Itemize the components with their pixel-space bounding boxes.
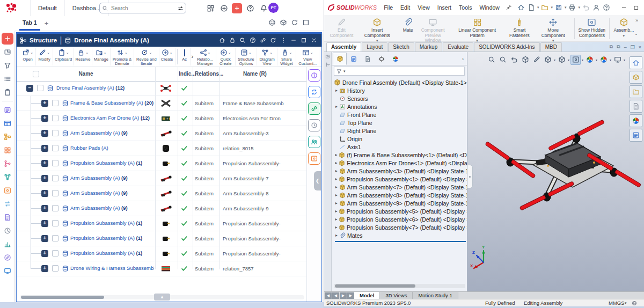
- tree-item-axis1[interactable]: Axis1: [334, 143, 467, 151]
- toolbar-revise-and-iterate[interactable]: ⌄Revise and Iterate: [134, 48, 159, 65]
- sidebar-system[interactable]: [2, 265, 13, 277]
- doc-minimize-icon[interactable]: –: [624, 45, 627, 50]
- tree-item-propulsion-subassembly-5-default[interactable]: ▸Propulsion Subassembly<5> (Default) <Di…: [334, 207, 467, 215]
- taskpane-design-library-icon[interactable]: [630, 100, 642, 113]
- tree-item-top-plane[interactable]: Top Plane: [334, 119, 467, 127]
- maximize-icon[interactable]: [299, 36, 308, 45]
- menu-file[interactable]: File: [380, 4, 397, 11]
- open-icon[interactable]: [540, 3, 550, 12]
- dropdown-caret-icon[interactable]: ▾: [578, 5, 580, 10]
- create-new-icon[interactable]: [232, 3, 242, 13]
- item-name-link[interactable]: Frame & Base Subassembly (A) (20): [70, 100, 154, 106]
- previous-view-icon[interactable]: [509, 55, 519, 65]
- print-icon[interactable]: [567, 3, 577, 12]
- app-switcher-icon[interactable]: [205, 3, 216, 13]
- tree-expand-arrow-icon[interactable]: ▸: [334, 177, 339, 181]
- display-style-icon[interactable]: [557, 55, 567, 65]
- nav-next-icon[interactable]: ▶: [340, 292, 347, 299]
- home-icon[interactable]: [516, 3, 526, 12]
- doc-tab-model[interactable]: Model: [354, 292, 380, 299]
- search-icon[interactable]: [238, 36, 247, 45]
- units-caret-icon[interactable]: ▾: [625, 301, 627, 305]
- sidebar-history[interactable]: [2, 225, 13, 237]
- panel-scrollbar[interactable]: [334, 284, 465, 288]
- pane-pin-icon[interactable]: [325, 62, 330, 67]
- tree-item-front-plane[interactable]: Front Plane: [334, 111, 467, 119]
- taskpane-file-explorer-icon[interactable]: [630, 85, 642, 98]
- table-row[interactable]: +Electronics Asm For Drone (A) (12)Subit…: [17, 111, 306, 126]
- tree-expand-arrow-icon[interactable]: ▸: [334, 152, 339, 157]
- sidebar-new-window[interactable]: [2, 46, 13, 58]
- assistant-icon[interactable]: [268, 19, 276, 26]
- refresh-icon[interactable]: [269, 36, 277, 45]
- cmd-smart-fasteners[interactable]: Smart Fasteners: [506, 16, 533, 41]
- sidebar-discover[interactable]: [2, 252, 13, 263]
- row-checkbox[interactable]: [52, 160, 58, 166]
- toolbar-share-widget[interactable]: ⌄Share Widget: [277, 48, 297, 65]
- tree-item-propulsion-subassembly-6-default[interactable]: ▸Propulsion Subassembly<6> (Default) <Di…: [334, 215, 467, 223]
- pin-menu-icon[interactable]: [506, 4, 512, 11]
- item-name-link[interactable]: Drone Wiring & Harness Subassembly (A) (…: [70, 265, 154, 271]
- view-orientation-icon[interactable]: [543, 55, 553, 65]
- row-checkbox[interactable]: [52, 175, 58, 181]
- tree-expand-arrow-icon[interactable]: ▸: [334, 209, 339, 214]
- toolbar-diagram-view[interactable]: ⌄Diagram View: [257, 48, 277, 65]
- expand-node-icon[interactable]: +: [41, 220, 48, 227]
- item-name-link[interactable]: Arm Subassembly (A) (9): [70, 205, 154, 211]
- sidebar-compare[interactable]: [2, 198, 13, 210]
- sidebar-clipboard[interactable]: [2, 86, 13, 98]
- tab-tab-1[interactable]: Tab 1: [19, 16, 40, 31]
- sidebar-documents[interactable]: [2, 211, 13, 223]
- toolbar-view-customi-[interactable]: ⌄View Customi...: [296, 48, 319, 65]
- item-name-link[interactable]: Electronics Asm For Drone (A) (12): [70, 115, 154, 121]
- dropdown-caret-icon[interactable]: ▾: [537, 5, 539, 10]
- expand-node-icon[interactable]: +: [41, 160, 48, 167]
- taskpane-content-icon[interactable]: [630, 71, 642, 84]
- home-icon[interactable]: [218, 36, 226, 45]
- user-icon[interactable]: [591, 3, 601, 12]
- sidebar-structure[interactable]: [2, 131, 13, 143]
- tree-expand-arrow-icon[interactable]: ▸: [334, 201, 339, 206]
- expand-node-icon[interactable]: +: [41, 250, 48, 257]
- undo-icon[interactable]: [581, 3, 591, 12]
- lock-icon[interactable]: [228, 36, 237, 45]
- item-name-link[interactable]: Propulsion Subassembly (A) (1): [70, 250, 154, 256]
- maximize-icon[interactable]: [633, 5, 639, 11]
- table-row[interactable]: +Rubber Pads (A) Subitemrelation_8015: [17, 141, 306, 156]
- item-name-link[interactable]: Rubber Pads (A): [70, 145, 154, 151]
- table-row[interactable]: +Arm Subassembly (A) (9)SubitemArm Subas…: [17, 126, 306, 141]
- table-row[interactable]: +Frame & Base Subassembly (A) (20)Subite…: [17, 96, 306, 111]
- expand-node-icon[interactable]: +: [41, 190, 48, 197]
- row-checkbox[interactable]: [52, 250, 58, 256]
- minimize-icon[interactable]: [289, 36, 298, 45]
- stop-icon[interactable]: [302, 19, 310, 26]
- scroll-up-button[interactable]: ▲: [154, 294, 170, 300]
- ribbon-overflow-icon[interactable]: »: [635, 18, 638, 23]
- edit-appearance-icon[interactable]: [584, 55, 595, 65]
- tree-expand-arrow-icon[interactable]: ▸: [334, 104, 339, 109]
- tree-item-arm-subassembly-3-default-displa[interactable]: ▸Arm Subassembly<3> (Default) <Display S…: [334, 167, 467, 175]
- tree-item-annotations[interactable]: ▸Annotations: [334, 102, 467, 111]
- table-row[interactable]: +Propulsion Subassembly (A) (1)SubitemPr…: [17, 246, 306, 261]
- reload-icon[interactable]: [291, 19, 298, 26]
- nav-prev-icon[interactable]: ◀: [332, 292, 339, 299]
- tree-item-history[interactable]: ▸History: [334, 86, 467, 94]
- tree-item--f-frame-base-subassembly-1-defa[interactable]: ▸(f) Frame & Base Subassembly<1> (Defaul…: [334, 151, 467, 159]
- status-units[interactable]: MMGS: [609, 300, 625, 306]
- tree-item-mates[interactable]: ▸Mates: [334, 231, 467, 239]
- view-settings-icon[interactable]: [612, 55, 623, 65]
- item-name-link[interactable]: Arm Subassembly (A) (9): [70, 130, 154, 136]
- ribbon-tab-solidworks-add-ins[interactable]: SOLIDWORKS Add-Ins: [474, 42, 539, 52]
- display-manager-tab[interactable]: [389, 53, 402, 65]
- ribbon-tab-markup[interactable]: Markup: [415, 42, 442, 52]
- package-icon[interactable]: [280, 19, 287, 26]
- dropdown-caret-icon[interactable]: ▾: [610, 58, 611, 62]
- item-name-link[interactable]: Propulsion Subassembly (A) (1): [70, 235, 154, 241]
- tree-item-propulsion-subassembly-7-default[interactable]: ▸Propulsion Subassembly<7> (Default) <Di…: [334, 223, 467, 231]
- rail-preview[interactable]: [308, 152, 320, 165]
- sidebar-network[interactable]: [2, 171, 13, 183]
- table-row[interactable]: +Propulsion Subassembly (A) (1)SubitemPr…: [17, 156, 306, 171]
- tree-expand-arrow-icon[interactable]: ▸: [334, 225, 339, 230]
- graphics-viewport[interactable]: X Y Z ▾▾▾▾▾▾: [467, 52, 644, 291]
- doc-close-icon[interactable]: ×: [639, 45, 641, 50]
